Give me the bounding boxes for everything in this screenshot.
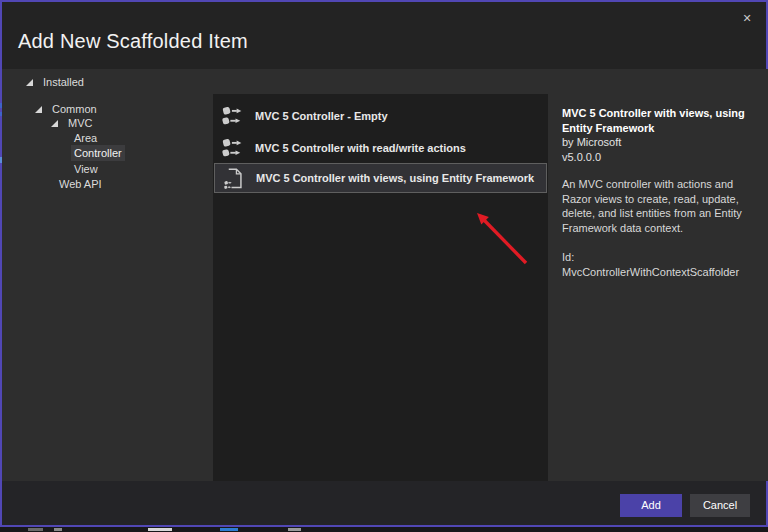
screen: Add New Scaffolded Item ✕ Installed Comm… [0, 0, 768, 532]
details-title: MVC 5 Controller with views, using Entit… [562, 106, 754, 135]
list-item-label[interactable]: MVC 5 Controller with read/write actions [255, 142, 466, 154]
expander-icon[interactable] [51, 119, 59, 128]
taskbar-sliver [0, 527, 768, 532]
dialog-titlebar: Add New Scaffolded Item ✕ [2, 2, 766, 69]
tree-node-view[interactable]: View [71, 161, 101, 177]
tree-node-label[interactable]: View [71, 161, 101, 177]
screen-edge-artifact [0, 103, 2, 108]
tree-node-label[interactable]: MVC [65, 115, 95, 131]
expander-icon[interactable] [26, 78, 34, 87]
add-new-scaffolded-item-dialog: Add New Scaffolded Item ✕ Installed Comm… [0, 0, 768, 527]
tree-node-label[interactable]: Web API [56, 176, 105, 192]
flow-icon [222, 105, 244, 126]
scaffold-list: MVC 5 Controller - Empty MVC 5 Controlle… [213, 94, 548, 481]
screen-edge-artifact [0, 112, 2, 116]
tree-node-label[interactable]: Area [71, 130, 100, 146]
details-author: by Microsoft [562, 135, 754, 150]
flow-icon [222, 137, 244, 158]
list-item-label[interactable]: MVC 5 Controller with views, using Entit… [256, 172, 534, 184]
list-item-mvc5-controller-views-ef[interactable]: MVC 5 Controller with views, using Entit… [214, 163, 547, 193]
taskbar-icon-fragment [148, 528, 172, 531]
details-version: v5.0.0.0 [562, 150, 754, 165]
list-item-label[interactable]: MVC 5 Controller - Empty [255, 110, 388, 122]
dialog-title: Add New Scaffolded Item [18, 30, 248, 53]
cancel-button[interactable]: Cancel [690, 494, 750, 517]
tree-node-label[interactable]: Controller [71, 145, 125, 161]
tree-node-area[interactable]: Area [71, 130, 100, 146]
taskbar-icon-fragment [288, 528, 301, 531]
taskbar-icon-fragment [220, 528, 238, 531]
close-icon[interactable]: ✕ [738, 9, 756, 27]
document-flow-icon [223, 168, 245, 189]
details-id: Id: MvcControllerWithContextScaffolder [562, 250, 754, 279]
tree-node-controller[interactable]: Controller [71, 145, 125, 161]
taskbar-icon-fragment [28, 528, 43, 531]
tree-node-mvc[interactable]: MVC [51, 115, 95, 131]
tree-node-label[interactable]: Installed [40, 74, 87, 90]
scaffold-details-panel: MVC 5 Controller with views, using Entit… [549, 69, 768, 481]
tree-node-web-api[interactable]: Web API [56, 176, 105, 192]
dialog-footer: Add Cancel [2, 481, 766, 525]
list-item-mvc5-controller-empty[interactable]: MVC 5 Controller - Empty [214, 100, 547, 131]
add-button[interactable]: Add [620, 494, 682, 517]
screen-edge-artifact [0, 157, 2, 163]
taskbar-icon-fragment [54, 528, 62, 531]
details-description: An MVC controller with actions and Razor… [562, 177, 754, 235]
list-item-mvc5-controller-readwrite[interactable]: MVC 5 Controller with read/write actions [214, 132, 547, 163]
expander-icon[interactable] [35, 105, 43, 114]
tree-node-installed[interactable]: Installed [26, 74, 87, 90]
